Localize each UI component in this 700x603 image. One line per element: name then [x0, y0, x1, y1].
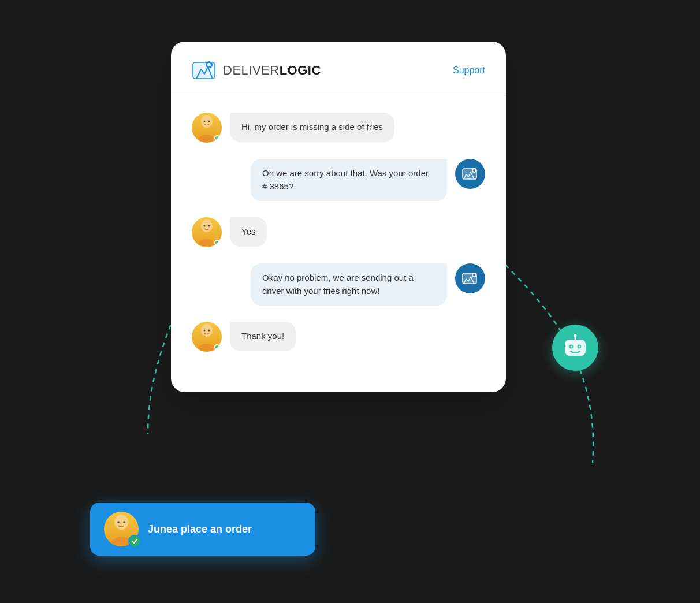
bot-circle: [552, 325, 598, 371]
chat-header: DELIVERLOGIC Support: [171, 42, 506, 95]
svg-point-29: [579, 346, 580, 348]
message-bubble-2: Oh we are sorry about that. Was your ord…: [251, 159, 447, 201]
logo-icon: [192, 58, 217, 83]
user-avatar-5: [192, 322, 222, 352]
support-link[interactable]: Support: [453, 65, 485, 76]
online-indicator-5: [214, 344, 220, 350]
svg-point-13: [208, 225, 210, 227]
notification-avatar-wrap: [104, 512, 139, 546]
user-avatar-3: [192, 217, 222, 247]
svg-point-24: [123, 521, 125, 523]
svg-point-23: [117, 521, 120, 523]
svg-point-9: [473, 169, 475, 172]
svg-point-31: [574, 334, 577, 337]
notification-text: Junea place an order: [148, 523, 252, 535]
svg-point-2: [207, 63, 211, 66]
svg-point-28: [571, 346, 572, 348]
message-row-4: Okay no problem, we are sending out a dr…: [192, 263, 485, 306]
message-row-2: Oh we are sorry about that. Was your ord…: [192, 159, 485, 201]
message-row-3: Yes: [192, 217, 485, 247]
online-indicator-1: [214, 135, 220, 141]
svg-point-20: [208, 330, 210, 332]
notification-card: Junea place an order: [90, 502, 315, 556]
messages-area: Hi, my order is missing a side of fries …: [171, 95, 506, 369]
svg-point-6: [208, 121, 210, 122]
message-bubble-5: Thank you!: [230, 322, 296, 351]
chat-card: DELIVERLOGIC Support: [171, 42, 506, 392]
svg-point-16: [473, 274, 475, 276]
logo: DELIVERLOGIC: [192, 58, 321, 83]
svg-point-12: [204, 225, 206, 227]
svg-point-5: [204, 121, 206, 122]
logo-text: DELIVERLOGIC: [223, 63, 321, 78]
bot-avatar-2: [455, 159, 485, 189]
message-bubble-4: Okay no problem, we are sending out a dr…: [251, 263, 447, 306]
user-avatar-1: [192, 113, 222, 143]
message-row-1: Hi, my order is missing a side of fries: [192, 113, 485, 143]
message-bubble-1: Hi, my order is missing a side of fries: [230, 113, 394, 142]
check-badge: [128, 535, 141, 548]
message-bubble-3: Yes: [230, 217, 267, 247]
online-indicator-3: [214, 240, 220, 245]
message-row-5: Thank you!: [192, 322, 485, 352]
svg-point-19: [204, 330, 206, 332]
bot-avatar-4: [455, 263, 485, 293]
